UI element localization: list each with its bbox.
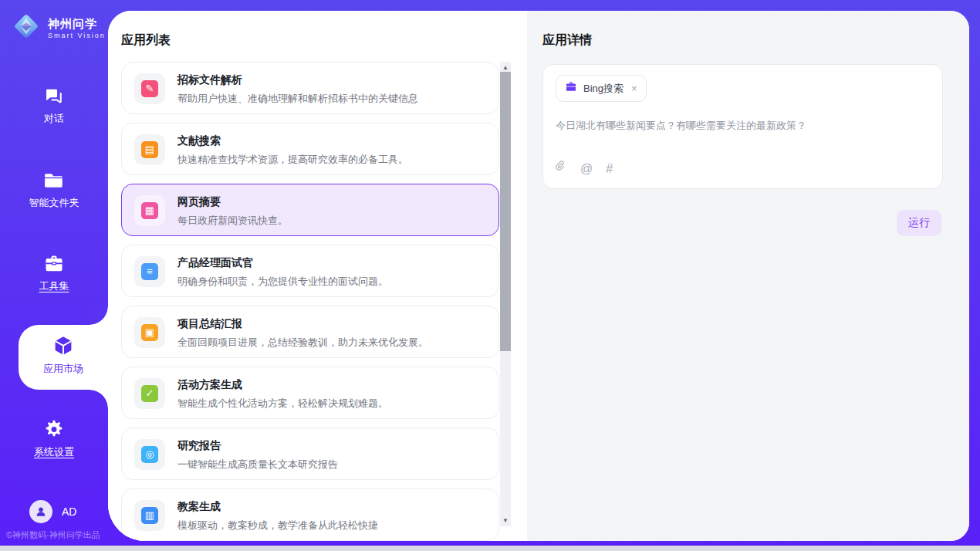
mention-icon[interactable]: @ xyxy=(580,162,593,176)
app-description: 帮助用户快速、准确地理解和解析招标书中的关键信息 xyxy=(177,92,418,106)
toolbox-icon xyxy=(0,254,108,274)
main-content: 应用列表 ✎ 招标文件解析 帮助用户快速、准确地理解和解析招标书中的关键信息 ▤… xyxy=(108,11,969,541)
prompt-card: Bing搜索 × 今日湖北有哪些新闻要点？有哪些需要关注的最新政策？ @ # xyxy=(542,64,943,189)
tool-tag-bing-search[interactable]: Bing搜索 × xyxy=(556,75,647,102)
app-icon-well: ✎ xyxy=(134,73,165,104)
app-icon-well: ▥ xyxy=(134,500,165,531)
clipboard-check-icon: ✓ xyxy=(141,385,158,402)
bubble-top-fillet xyxy=(90,306,108,325)
attachment-icon[interactable] xyxy=(556,161,567,177)
app-card-text: 产品经理面试官 明确身份和职责，为您提供专业性的面试问题。 xyxy=(177,256,388,289)
copyright-footer: ©神州数码·神州问学出品 xyxy=(6,529,100,541)
avatar xyxy=(29,500,52,523)
user-account[interactable]: AD xyxy=(29,500,76,523)
app-name: 研究报告 xyxy=(177,439,338,453)
book-icon: ▤ xyxy=(141,141,158,158)
app-card-text: 文献搜索 快速精准查找学术资源，提高研究效率的必备工具。 xyxy=(177,134,408,167)
app-card[interactable]: ▤ 文献搜索 快速精准查找学术资源，提高研究效率的必备工具。 xyxy=(121,123,499,175)
cube-icon xyxy=(19,334,108,357)
app-description: 模板驱动，教案秒成，教学准备从此轻松快捷 xyxy=(177,519,378,532)
books-icon: ▥ xyxy=(141,507,158,524)
tool-tag-label: Bing搜索 xyxy=(583,82,623,96)
app-name: 招标文件解析 xyxy=(177,73,418,87)
input-toolbar: @ # xyxy=(556,161,930,178)
sidebar-item-label: 系统设置 xyxy=(0,445,108,459)
app-name: 教案生成 xyxy=(177,500,378,514)
app-detail-title: 应用详情 xyxy=(542,32,592,49)
scroll-down-icon[interactable]: ▼ xyxy=(500,517,511,524)
briefcase-icon xyxy=(565,81,577,96)
sidebar-item-smart-folder[interactable]: 智能文件夹 xyxy=(0,171,108,210)
app-card[interactable]: ◎ 研究报告 一键智能生成高质量长文本研究报告 xyxy=(121,428,499,480)
gear-icon xyxy=(0,419,108,440)
folder-icon xyxy=(0,171,108,191)
app-list-panel: 应用列表 ✎ 招标文件解析 帮助用户快速、准确地理解和解析招标书中的关键信息 ▤… xyxy=(108,11,527,541)
interviewer-icon: ≡ xyxy=(141,263,158,280)
app-name: 项目总结汇报 xyxy=(177,317,428,331)
app-icon-well: ▦ xyxy=(134,195,165,226)
app-card[interactable]: ▥ 教案生成 模板驱动，教案秒成，教学准备从此轻松快捷 xyxy=(121,488,499,541)
app-card-text: 招标文件解析 帮助用户快速、准确地理解和解析招标书中的关键信息 xyxy=(177,73,418,106)
app-card-text: 网页摘要 每日政府新闻资讯快查。 xyxy=(177,195,288,228)
sidebar-item-label: 工具集 xyxy=(0,279,108,293)
query-input[interactable]: 今日湖北有哪些新闻要点？有哪些需要关注的最新政策？ xyxy=(556,119,930,161)
sidebar-item-chat[interactable]: 对话 xyxy=(0,86,108,126)
document-edit-icon: ✎ xyxy=(141,80,158,97)
notepad-icon: ▣ xyxy=(141,324,158,341)
app-description: 一键智能生成高质量长文本研究报告 xyxy=(177,458,338,472)
app-list-title: 应用列表 xyxy=(121,32,171,49)
app-card-text: 研究报告 一键智能生成高质量长文本研究报告 xyxy=(177,439,338,472)
app-description: 明确身份和职责，为您提供专业性的面试问题。 xyxy=(177,275,388,289)
app-icon-well: ▤ xyxy=(134,134,165,165)
app-detail-panel: 应用详情 Bing搜索 × 今日湖北有哪些新闻要点？有哪些需要关注的最新政策？ xyxy=(527,11,969,541)
app-name: 文献搜索 xyxy=(177,134,408,148)
sidebar-item-app-market-active[interactable]: 应用市场 xyxy=(19,325,108,390)
microscope-icon: ◎ xyxy=(141,446,158,463)
brand-name: 神州问学 xyxy=(48,17,106,32)
brand-text: 神州问学 Smart Vision xyxy=(48,17,106,39)
app-icon-well: ▣ xyxy=(134,317,165,348)
app-name: 网页摘要 xyxy=(177,195,288,209)
scrollbar-thumb[interactable] xyxy=(500,72,511,351)
app-card-text: 项目总结汇报 全面回顾项目进展，总结经验教训，助力未来优化发展。 xyxy=(177,317,428,350)
sidebar-item-label: 应用市场 xyxy=(19,362,108,376)
scroll-up-icon[interactable]: ▲ xyxy=(500,64,511,71)
app-card[interactable]: ✎ 招标文件解析 帮助用户快速、准确地理解和解析招标书中的关键信息 xyxy=(121,62,499,114)
app-card[interactable]: ▦ 网页摘要 每日政府新闻资讯快查。 xyxy=(121,184,499,236)
brand-tagline: Smart Vision xyxy=(48,32,106,39)
app-icon-well: ≡ xyxy=(134,256,165,287)
brand-logo: 神州问学 Smart Vision xyxy=(11,11,106,45)
webpage-code-icon: ▦ xyxy=(141,202,158,219)
chat-icon xyxy=(0,86,108,106)
sidebar-item-toolset[interactable]: 工具集 xyxy=(0,254,108,293)
run-button[interactable]: 运行 xyxy=(897,210,941,236)
sidebar: 神州问学 Smart Vision 对话 智能文件夹 xyxy=(0,0,108,546)
app-card-list: ✎ 招标文件解析 帮助用户快速、准确地理解和解析招标书中的关键信息 ▤ 文献搜索… xyxy=(121,62,499,541)
sidebar-item-settings[interactable]: 系统设置 xyxy=(0,419,108,459)
tag-close-icon[interactable]: × xyxy=(631,83,637,94)
app-description: 每日政府新闻资讯快查。 xyxy=(177,214,288,228)
app-card-text: 活动方案生成 智能生成个性化活动方案，轻松解决规划难题。 xyxy=(177,378,388,411)
diamond-logo-icon xyxy=(11,11,42,45)
bubble-bottom-fillet xyxy=(90,390,108,408)
app-icon-well: ✓ xyxy=(134,378,165,409)
app-name: 活动方案生成 xyxy=(177,378,388,392)
app-description: 快速精准查找学术资源，提高研究效率的必备工具。 xyxy=(177,153,408,167)
app-description: 智能生成个性化活动方案，轻松解决规划难题。 xyxy=(177,397,388,411)
user-initials: AD xyxy=(62,505,76,518)
sidebar-item-label: 对话 xyxy=(0,112,108,126)
app-card[interactable]: ≡ 产品经理面试官 明确身份和职责，为您提供专业性的面试问题。 xyxy=(121,245,499,297)
app-card[interactable]: ✓ 活动方案生成 智能生成个性化活动方案，轻松解决规划难题。 xyxy=(121,367,499,419)
app-icon-well: ◎ xyxy=(134,439,165,470)
app-card[interactable]: ▣ 项目总结汇报 全面回顾项目进展，总结经验教训，助力未来优化发展。 xyxy=(121,306,499,358)
app-description: 全面回顾项目进展，总结经验教训，助力未来优化发展。 xyxy=(177,336,428,350)
sidebar-item-label: 智能文件夹 xyxy=(0,196,108,210)
hash-icon[interactable]: # xyxy=(606,162,613,176)
app-list-scrollbar[interactable]: ▲ ▼ xyxy=(500,62,511,526)
app-card-text: 教案生成 模板驱动，教案秒成，教学准备从此轻松快捷 xyxy=(177,500,378,532)
app-name: 产品经理面试官 xyxy=(177,256,388,270)
